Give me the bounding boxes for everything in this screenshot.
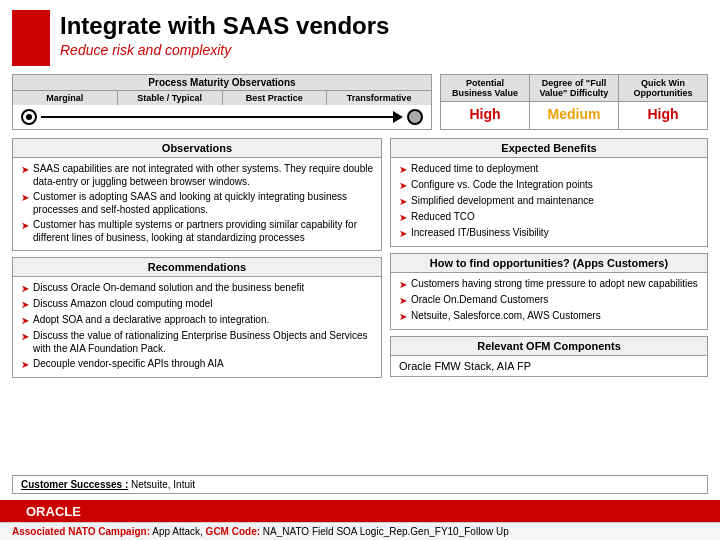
list-item: ➤ SAAS capabilities are not integrated w…	[21, 162, 373, 188]
bullet-icon: ➤	[21, 314, 29, 327]
gcm-value: NA_NATO Field SOA Logic_Rep.Gen_FY10_Fol…	[263, 526, 509, 537]
opportunities-content: ➤ Customers having strong time pressure …	[391, 273, 707, 329]
expected-benefits-list: ➤ Reduced time to deployment ➤ Configure…	[399, 162, 699, 240]
ofm-title: Relevant OFM Components	[391, 337, 707, 356]
list-item: ➤ Reduced time to deployment	[399, 162, 699, 176]
footer: ORACLE	[0, 500, 720, 522]
bullet-icon: ➤	[399, 294, 407, 307]
bullet-icon: ➤	[21, 282, 29, 295]
bullet-icon: ➤	[21, 163, 29, 176]
list-item: ➤ Netsuite, Salesforce.com, AWS Customer…	[399, 309, 699, 323]
maturity-cols-row: Marginal Stable / Typical Best Practice …	[13, 91, 431, 105]
recommendations-title: Recommendations	[13, 258, 381, 277]
observations-list: ➤ SAAS capabilities are not integrated w…	[21, 162, 373, 244]
oracle-logo: ORACLE	[12, 504, 81, 519]
nato-campaign-value: App Attack,	[152, 526, 203, 537]
list-item: ➤ Customer is adopting SAAS and looking …	[21, 190, 373, 216]
maturity-col-stable: Stable / Typical	[118, 91, 223, 105]
header-text: Integrate with SAAS vendors Reduce risk …	[60, 8, 389, 58]
list-item: ➤ Discuss Oracle On-demand solution and …	[21, 281, 373, 295]
page-title: Integrate with SAAS vendors	[60, 12, 389, 40]
expected-benefits-content: ➤ Reduced time to deployment ➤ Configure…	[391, 158, 707, 246]
list-item: ➤ Discuss Amazon cloud computing model	[21, 297, 373, 311]
metric-business-value-label: PotentialBusiness Value	[441, 75, 529, 102]
arrow-line	[41, 116, 393, 118]
opportunities-title: How to find opportunities? (Apps Custome…	[391, 254, 707, 273]
expected-benefits-title: Expected Benefits	[391, 139, 707, 158]
bullet-icon: ➤	[399, 278, 407, 291]
observations-title: Observations	[13, 139, 381, 158]
list-item: ➤ Customers having strong time pressure …	[399, 277, 699, 291]
bullet-icon: ➤	[21, 330, 29, 343]
arrow-head	[393, 111, 403, 123]
opportunities-box: How to find opportunities? (Apps Custome…	[390, 253, 708, 330]
maturity-indicator-row	[13, 105, 431, 129]
metric-business-value-value: High	[467, 102, 502, 126]
left-column: Observations ➤ SAAS capabilities are not…	[12, 138, 382, 471]
maturity-section-title: Process Maturity Observations	[13, 75, 431, 91]
observations-box: Observations ➤ SAAS capabilities are not…	[12, 138, 382, 251]
top-section: Process Maturity Observations Marginal S…	[0, 70, 720, 134]
metric-difficulty-label: Degree of "FullValue" Difficulty	[530, 75, 618, 102]
maturity-col-marginal: Marginal	[13, 91, 118, 105]
bullet-icon: ➤	[399, 195, 407, 208]
ofm-content: Oracle FMW Stack, AIA FP	[391, 356, 707, 376]
customer-successes-bar: Customer Successes : Netsuite, Intuit	[12, 475, 708, 494]
expected-benefits-box: Expected Benefits ➤ Reduced time to depl…	[390, 138, 708, 247]
list-item: ➤ Increased IT/Business Visibility	[399, 226, 699, 240]
nato-bar: Associated NATO Campaign: App Attack, GC…	[0, 522, 720, 540]
page-wrapper: Integrate with SAAS vendors Reduce risk …	[0, 0, 720, 540]
list-item: ➤ Adopt SOA and a declarative approach t…	[21, 313, 373, 327]
oracle-name: ORACLE	[26, 504, 81, 519]
customer-successes-value: Netsuite, Intuit	[131, 479, 195, 490]
list-item: ➤ Configure vs. Code the Integration poi…	[399, 178, 699, 192]
bullet-icon: ➤	[399, 310, 407, 323]
bullet-icon: ➤	[21, 191, 29, 204]
list-item: ➤ Reduced TCO	[399, 210, 699, 224]
list-item: ➤ Discuss the value of rationalizing Ent…	[21, 329, 373, 355]
list-item: ➤ Simplified development and maintenance	[399, 194, 699, 208]
recommendations-content: ➤ Discuss Oracle On-demand solution and …	[13, 277, 381, 377]
recommendations-box: Recommendations ➤ Discuss Oracle On-dema…	[12, 257, 382, 378]
customer-successes-label: Customer Successes :	[21, 479, 128, 490]
observations-content: ➤ SAAS capabilities are not integrated w…	[13, 158, 381, 250]
list-item: ➤ Customer has multiple systems or partn…	[21, 218, 373, 244]
metric-difficulty: Degree of "FullValue" Difficulty Medium	[530, 75, 619, 129]
gcm-label: GCM Code:	[206, 526, 260, 537]
list-item: ➤ Oracle On.Demand Customers	[399, 293, 699, 307]
maturity-header-row: Process Maturity Observations	[13, 75, 431, 91]
bullet-icon: ➤	[399, 179, 407, 192]
metric-quick-win: Quick WinOpportunities High	[619, 75, 707, 129]
metric-quick-win-label: Quick WinOpportunities	[619, 75, 707, 102]
bullet-icon: ➤	[21, 298, 29, 311]
oracle-red-block	[12, 10, 50, 66]
bullet-icon: ➤	[399, 227, 407, 240]
ofm-box: Relevant OFM Components Oracle FMW Stack…	[390, 336, 708, 377]
metric-difficulty-value: Medium	[546, 102, 603, 126]
bullet-icon: ➤	[399, 163, 407, 176]
header: Integrate with SAAS vendors Reduce risk …	[0, 0, 720, 70]
opportunities-list: ➤ Customers having strong time pressure …	[399, 277, 699, 323]
bullet-icon: ➤	[21, 358, 29, 371]
maturity-table: Process Maturity Observations Marginal S…	[12, 74, 432, 130]
maturity-arrow	[41, 111, 403, 123]
ofm-value: Oracle FMW Stack, AIA FP	[399, 360, 531, 372]
target-position-dot	[407, 109, 423, 125]
maturity-col-best: Best Practice	[223, 91, 328, 105]
maturity-col-transformative: Transformative	[327, 91, 431, 105]
current-position-dot	[21, 109, 37, 125]
nato-campaign-label: Associated NATO Campaign:	[12, 526, 150, 537]
list-item: ➤ Decouple vendor-specific APIs through …	[21, 357, 373, 371]
right-column: Expected Benefits ➤ Reduced time to depl…	[390, 138, 708, 471]
metric-business-value: PotentialBusiness Value High	[441, 75, 530, 129]
recommendations-list: ➤ Discuss Oracle On-demand solution and …	[21, 281, 373, 371]
metric-quick-win-value: High	[645, 102, 680, 126]
page-subtitle: Reduce risk and complexity	[60, 42, 389, 58]
bullet-icon: ➤	[21, 219, 29, 232]
bullet-icon: ➤	[399, 211, 407, 224]
oracle-dot-icon	[12, 505, 24, 517]
metrics-panel: PotentialBusiness Value High Degree of "…	[440, 74, 708, 130]
main-content: Observations ➤ SAAS capabilities are not…	[0, 134, 720, 471]
